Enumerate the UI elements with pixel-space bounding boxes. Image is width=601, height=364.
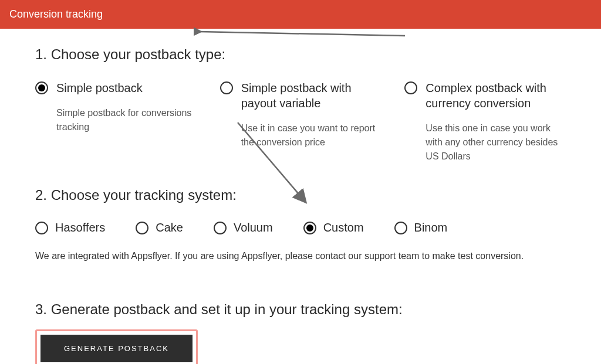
generate-postback-button[interactable]: GENERATE POSTBACK	[40, 335, 193, 362]
radio-voluum[interactable]: Voluum	[214, 221, 291, 234]
tracking-label: Binom	[414, 221, 448, 234]
page-title: Conversion tracking	[9, 8, 103, 20]
section3-title: 3. Generate postback and set it up in yo…	[35, 301, 566, 318]
appsflyer-note: We are integrated with Appsflyer. If you…	[35, 249, 566, 263]
radio-icon	[35, 81, 48, 94]
radio-icon	[214, 222, 227, 234]
radio-cake[interactable]: Cake	[136, 221, 201, 234]
button-highlight: GENERATE POSTBACK	[35, 329, 198, 364]
radio-label: Simple postback with payout variable	[241, 80, 381, 111]
section2-title: 2. Choose your tracking system:	[35, 187, 566, 203]
tracking-label: Hasoffers	[55, 221, 105, 234]
radio-desc: Simple postback for conversions tracking	[56, 106, 197, 134]
radio-custom[interactable]: Custom	[303, 221, 381, 234]
tracking-label: Voluum	[234, 221, 273, 234]
tracking-label: Cake	[156, 221, 183, 234]
content-area: 1. Choose your postback type: Simple pos…	[0, 29, 601, 364]
radio-icon	[404, 81, 417, 94]
tracking-label: Custom	[323, 221, 364, 234]
radio-label: Simple postback	[56, 80, 197, 96]
radio-binom[interactable]: Binom	[394, 221, 465, 234]
radio-icon	[136, 222, 148, 234]
page-header: Conversion tracking	[0, 0, 601, 29]
radio-icon	[303, 222, 316, 234]
radio-hasoffers[interactable]: Hasoffers	[35, 221, 123, 234]
radio-simple-postback[interactable]: Simple postback Simple postback for conv…	[35, 80, 197, 164]
radio-desc: Use it in case you want to report the co…	[241, 121, 381, 149]
postback-type-group: Simple postback Simple postback for conv…	[35, 80, 566, 164]
svg-line-1	[200, 32, 405, 36]
radio-complex-currency[interactable]: Complex postback with currency conversio…	[404, 80, 566, 164]
radio-label: Complex postback with currency conversio…	[426, 80, 566, 111]
radio-desc: Use this one in case you work with any o…	[426, 121, 566, 164]
radio-simple-payout[interactable]: Simple postback with payout variable Use…	[220, 80, 381, 164]
radio-icon	[220, 81, 233, 94]
radio-icon	[35, 222, 48, 234]
tracking-system-group: Hasoffers Cake Voluum Custom Binom	[35, 221, 566, 234]
radio-icon	[394, 222, 407, 234]
section1-title: 1. Choose your postback type:	[35, 46, 566, 63]
